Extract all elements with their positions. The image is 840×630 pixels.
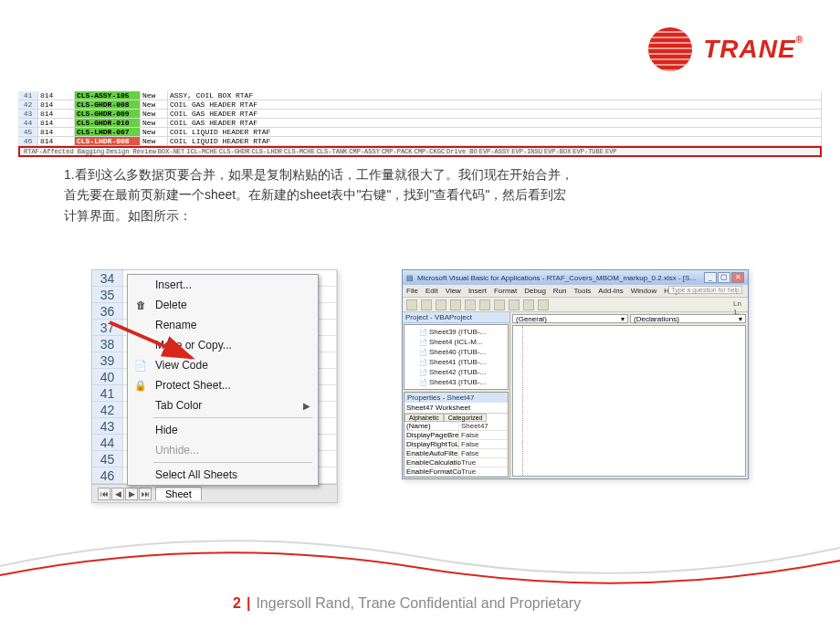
row-numbers-column: 34353637383940414243444546 [92, 270, 123, 484]
excel-row: 46814CLS-LHDR-008NewCOIL LIQUID HEADER R… [18, 137, 822, 146]
vba-toolbar[interactable]: Ln 1, Col 1 [403, 298, 748, 312]
excel-sheet-tab[interactable]: EVP-BOX [544, 148, 571, 155]
row-number: 44 [92, 435, 123, 451]
property-row[interactable]: DisplayPageBreFalse [404, 431, 508, 440]
menu-protect-sheet[interactable]: 🔒 Protect Sheet... [128, 375, 318, 395]
excel-sheet-tab[interactable]: CMP-ASSY [349, 148, 380, 155]
property-row[interactable]: EnableAutoFilteFalse [404, 449, 508, 458]
minimize-icon[interactable]: _ [704, 272, 717, 283]
excel-sheet-tab[interactable]: CMP-CKGC [415, 148, 446, 155]
project-tree[interactable]: Sheet39 (ITUB-...Sheet4 (ICL-M...Sheet40… [404, 324, 509, 390]
toolbar-icon[interactable] [450, 299, 461, 310]
toolbar-icon[interactable] [538, 299, 549, 310]
toolbar-icon[interactable] [479, 299, 490, 310]
property-row[interactable]: EnableFormatCoTrue [404, 467, 508, 477]
maximize-icon[interactable]: ▢ [718, 272, 730, 283]
tree-item[interactable]: Sheet41 (ITUB-... [406, 357, 506, 367]
vba-menu-item[interactable]: Edit [425, 287, 438, 295]
toolbar-icon[interactable] [421, 299, 432, 310]
toolbar-icon[interactable] [523, 299, 534, 310]
nav-first-icon[interactable]: ⏮ [98, 488, 110, 500]
property-row[interactable]: (Name)Sheet47 [404, 422, 508, 431]
properties-tabs[interactable]: Alphabetic Categorized [404, 414, 508, 422]
excel-sheet-tab[interactable]: CLS-LHDR [251, 148, 282, 155]
excel-sheet-tab[interactable]: BOX-NET [158, 148, 184, 155]
vba-menu-item[interactable]: Run [553, 287, 567, 295]
footer-separator-icon: | [247, 595, 250, 612]
chevron-down-icon: ▾ [621, 315, 625, 322]
menu-move-copy[interactable]: Move or Copy... [128, 335, 318, 355]
vba-menu-item[interactable]: View [446, 287, 461, 295]
object-dropdown[interactable]: (General)▾ [512, 314, 628, 323]
properties-object[interactable]: Sheet47 Worksheet [404, 403, 508, 414]
excel-sheet-tab[interactable]: CLS-TANK [317, 148, 348, 155]
excel-row: 45814CLS-LHDR-007NewCOIL LIQUID HEADER R… [18, 128, 822, 137]
menu-select-all-sheets[interactable]: Select All Sheets [128, 465, 318, 485]
tree-item[interactable]: Sheet42 (ITUB-... [406, 367, 506, 377]
menu-separator [153, 417, 312, 418]
excel-sheet-tab[interactable]: Drive BO [446, 148, 478, 155]
tab-alphabetic[interactable]: Alphabetic [404, 414, 444, 422]
menu-insert[interactable]: Insert... [128, 275, 318, 295]
trane-logo: TRANE® [648, 27, 803, 71]
toolbar-icon[interactable] [509, 299, 520, 310]
sheet-tab-bar: ⏮ ◀ ▶ ⏭ Sheet [92, 484, 337, 502]
excel-sheet-tab[interactable]: CLS-MCHE [284, 148, 315, 155]
row-number: 45 [92, 451, 123, 467]
row-number: 34 [92, 270, 123, 287]
code-editor[interactable] [512, 325, 746, 477]
excel-sheet-tabs-outline: RTAF-Affected BaggingDesign ReviewBOX-NE… [18, 146, 822, 157]
menu-tab-color[interactable]: Tab Color▶ [128, 395, 318, 415]
excel-sheet-tab[interactable]: CMP-PACK [382, 148, 413, 155]
vba-menu-item[interactable]: Insert [468, 287, 487, 295]
excel-sheet-tab[interactable]: EVP [605, 148, 617, 155]
help-search-box[interactable]: Type a question for help [668, 286, 742, 294]
vba-menu-item[interactable]: File [406, 287, 418, 295]
vba-menu-item[interactable]: Tools [574, 287, 592, 295]
vba-menu-item[interactable]: Add-Ins [598, 287, 624, 295]
vba-menu-item[interactable]: Debug [524, 287, 546, 295]
row-number: 39 [92, 352, 123, 369]
nav-last-icon[interactable]: ⏭ [139, 488, 152, 500]
toolbar-icon[interactable] [494, 299, 505, 310]
menu-rename[interactable]: Rename [128, 315, 318, 335]
property-row[interactable]: DisplayRightToLFalse [404, 440, 508, 449]
tree-item[interactable]: Sheet43 (ITUB-... [406, 377, 506, 387]
toolbar-icon[interactable] [436, 299, 446, 310]
tree-item[interactable]: Sheet40 (ITUB-... [406, 347, 506, 357]
excel-sheet-tab[interactable]: ICL-MCHE [186, 148, 217, 155]
chevron-right-icon: ▶ [303, 401, 310, 411]
close-icon[interactable]: ✕ [731, 272, 744, 283]
tree-item[interactable]: Sheet4 (ICL-M... [406, 337, 506, 347]
row-number: 38 [92, 336, 123, 352]
nav-next-icon[interactable]: ▶ [125, 488, 138, 500]
tree-item[interactable]: Sheet39 (ITUB-... [406, 327, 506, 337]
vba-menu-item[interactable]: Format [494, 287, 517, 295]
sheet-context-menu: Insert... 🗑 Delete Rename Move or Copy..… [127, 274, 319, 486]
excel-sheet-tab[interactable]: EVP-INSU [511, 148, 542, 155]
excel-sheet-tab[interactable]: Design Review [106, 148, 156, 155]
menu-hide[interactable]: Hide [128, 420, 318, 440]
toolbar-icon[interactable] [465, 299, 476, 310]
tab-categorized[interactable]: Categorized [444, 414, 488, 422]
vba-menu-item[interactable]: Window [631, 287, 656, 295]
property-row[interactable]: EnableOutliningFalse [404, 477, 508, 478]
excel-sheet-tab[interactable]: EVP-ASSY [479, 148, 510, 155]
property-row[interactable]: EnableCalculatioTrue [404, 458, 508, 467]
sheet-nav-buttons[interactable]: ⏮ ◀ ▶ ⏭ [98, 488, 152, 500]
nav-prev-icon[interactable]: ◀ [111, 488, 124, 500]
menu-view-code[interactable]: 📄 View Code [128, 355, 318, 375]
tree-item[interactable]: Sheet44 (Cond... [406, 387, 506, 390]
menu-delete[interactable]: 🗑 Delete [128, 295, 318, 315]
lock-icon: 🔒 [133, 378, 148, 393]
procedure-dropdown[interactable]: (Declarations)▾ [630, 314, 746, 323]
sheet-tab[interactable]: Sheet [155, 487, 202, 500]
menu-unhide[interactable]: Unhide... [128, 440, 318, 460]
excel-sheet-tab[interactable]: EVP-TUBE [572, 148, 604, 155]
project-pane-title: Project - VBAProject [403, 312, 509, 323]
instruction-text: 1.看到这么多数据页要合并，如果是复制粘贴的话，工作量就很大了。我们现在开始合并… [64, 164, 575, 226]
excel-sheet-tab[interactable]: CLS-GHDR [219, 148, 250, 155]
row-number: 42 [92, 402, 123, 418]
toolbar-icon[interactable] [406, 299, 417, 310]
excel-sheet-tab[interactable]: RTAF-Affected Bagging [24, 148, 104, 155]
